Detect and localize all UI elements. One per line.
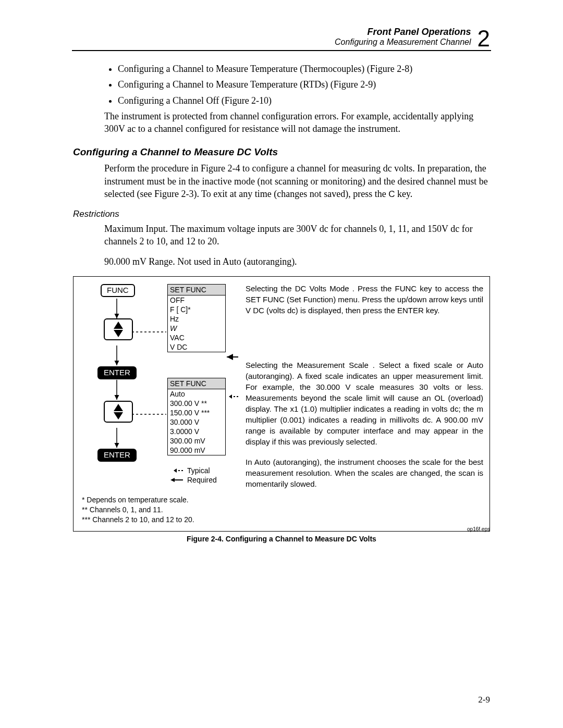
legend-required: Required xyxy=(169,476,217,484)
menu-header: SET FUNC xyxy=(168,378,225,389)
func-key: FUNC xyxy=(101,284,135,297)
set-func-menu-1: SET FUNC OFF F [ C]* Hz W VAC V DC xyxy=(167,284,226,352)
intro-paragraph: The instrument is protected from channel… xyxy=(104,110,490,135)
dashed-arrow-icon xyxy=(169,468,183,473)
menu-item: VAC xyxy=(168,333,225,342)
section-paragraph: Perform the procedure in Figure 2-4 to c… xyxy=(104,162,490,201)
header-title: Front Panel Operations xyxy=(367,27,471,38)
menu-item: OFF xyxy=(168,295,225,305)
section-heading: Configuring a Channel to Measure DC Volt… xyxy=(73,146,490,158)
running-header: Front Panel Operations Configuring a Mea… xyxy=(73,26,490,47)
key-label: C xyxy=(388,189,395,199)
up-arrow-icon xyxy=(114,322,123,329)
legend-label: Required xyxy=(187,476,217,484)
menu-item: 90.000 mV xyxy=(168,446,225,455)
enter-key: ENTER xyxy=(97,449,137,462)
menu-item: W xyxy=(168,324,225,333)
figure-caption: Figure 2-4. Configuring a Channel to Mea… xyxy=(187,535,376,543)
list-item: Configuring a Channel Off (Figure 2-10) xyxy=(118,94,490,107)
footnote: *** Channels 2 to 10, and 12 to 20. xyxy=(82,515,194,525)
footnote: * Depends on temperature scale. xyxy=(82,495,194,505)
down-arrow-icon xyxy=(114,330,123,337)
menu-item: F [ C]* xyxy=(168,305,225,314)
body-text: Configuring a Channel to Measure Tempera… xyxy=(104,63,490,135)
menu-header: SET FUNC xyxy=(168,285,225,295)
header-rule xyxy=(72,50,491,51)
up-arrow-icon xyxy=(114,404,123,411)
page: Front Panel Operations Configuring a Mea… xyxy=(0,0,563,728)
figure-paragraph: Selecting the Measurement Scale . Select… xyxy=(246,360,483,447)
figure-paragraph: In Auto (autoranging), the instrument ch… xyxy=(246,456,483,489)
menu-item: 300.00 mV xyxy=(168,436,225,446)
list-item: Configuring a Channel to Measure Tempera… xyxy=(118,63,490,75)
down-arrow-icon xyxy=(114,412,123,419)
menu-item: Hz xyxy=(168,314,225,324)
section-body: Perform the procedure in Figure 2-4 to c… xyxy=(104,162,490,201)
menu-item: 150.00 V *** xyxy=(168,408,225,417)
menu-item: Auto xyxy=(168,389,225,399)
enter-key: ENTER xyxy=(97,366,137,379)
text: Perform the procedure in Figure 2-4 to c… xyxy=(104,163,488,199)
legend: Typical Required xyxy=(169,465,217,485)
restrictions-p1: Maximum Input. The maximum voltage input… xyxy=(104,223,490,248)
menu-item: 30.000 V xyxy=(168,417,225,427)
up-down-keys xyxy=(104,401,133,423)
menu-item: V DC xyxy=(168,342,225,352)
subsection-heading: Restrictions xyxy=(73,209,490,219)
menu-item: 300.00 V ** xyxy=(168,399,225,408)
legend-label: Typical xyxy=(187,466,210,475)
page-number: 2-9 xyxy=(478,695,490,705)
restrictions-p2: 90.000 mV Range. Not used in Auto (autor… xyxy=(104,255,490,268)
set-func-menu-2: SET FUNC Auto 300.00 V ** 150.00 V *** 3… xyxy=(167,378,226,455)
bullet-list: Configuring a Channel to Measure Tempera… xyxy=(104,63,490,107)
eps-filename: op16f.eps xyxy=(467,526,490,532)
list-item: Configuring a Channel to Measure Tempera… xyxy=(118,78,490,91)
header-subtitle: Configuring a Measurement Channel xyxy=(335,38,471,47)
figure-footnotes: * Depends on temperature scale. ** Chann… xyxy=(82,495,194,525)
figure-2-4: FUNC ENTER ENTER xyxy=(73,276,490,532)
footnote: ** Channels 0, 1, and 11. xyxy=(82,505,194,515)
figure-caption-row: op16f.eps Figure 2-4. Configuring a Chan… xyxy=(73,535,490,543)
menu-item: 3.0000 V xyxy=(168,427,225,436)
figure-right-text: Selecting the DC Volts Mode . Press the … xyxy=(246,283,483,499)
solid-arrow-icon xyxy=(169,477,183,483)
up-down-keys xyxy=(104,318,133,340)
text: key. xyxy=(395,189,413,199)
restrictions-body: Maximum Input. The maximum voltage input… xyxy=(104,223,490,268)
legend-typical: Typical xyxy=(169,466,217,475)
chapter-number: 2 xyxy=(478,28,490,49)
figure-paragraph: Selecting the DC Volts Mode . Press the … xyxy=(246,283,483,316)
